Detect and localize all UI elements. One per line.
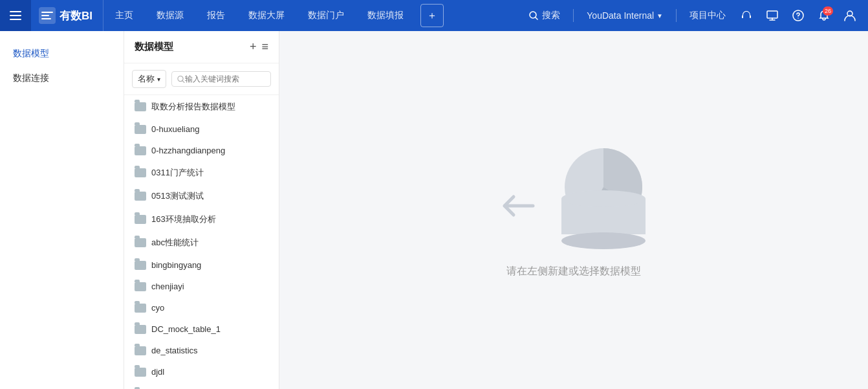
main-layout: 数据模型 数据连接 数据模型 + ≡ 名称 ▾ xyxy=(0,31,868,389)
filter-label: 名称 xyxy=(138,73,155,85)
list-item[interactable]: abc性能统计 xyxy=(124,231,279,254)
list-item-label: 0513测试测试 xyxy=(151,190,204,202)
database-illustration xyxy=(561,142,646,249)
nav-report[interactable]: 报告 xyxy=(195,0,237,31)
folder-icon xyxy=(135,102,146,111)
nav-datafill[interactable]: 数据填报 xyxy=(356,0,415,31)
list-item-label: 0-huxueliang xyxy=(151,124,199,134)
folder-icon xyxy=(135,346,146,355)
topnav-right: 搜索 YouData Internal ▼ 项目中心 xyxy=(516,5,868,26)
list-item[interactable]: DC_mock_table_1 xyxy=(124,318,279,340)
topnav: 有数BI 主页 数据源 报告 数据大屏 数据门户 数据填报 ＋ 搜索 YouDa… xyxy=(0,0,868,31)
folder-icon xyxy=(135,282,146,291)
nav-dataportal[interactable]: 数据门户 xyxy=(296,0,356,31)
user-label: YouData Internal xyxy=(587,10,654,21)
folder-icon xyxy=(135,238,146,247)
list-item-label: 0-hzzhangdianpeng xyxy=(151,146,225,155)
svg-rect-5 xyxy=(742,16,743,18)
monitor-icon xyxy=(766,10,778,21)
list-item[interactable]: 163环境抽取分析 xyxy=(124,208,279,231)
list-item-label: de_statistics xyxy=(151,346,198,355)
list-item[interactable]: djdl77回归 xyxy=(124,383,279,389)
notification-button[interactable]: 26 xyxy=(814,5,834,26)
search-button[interactable]: 搜索 xyxy=(524,10,565,21)
notification-badge: 26 xyxy=(823,6,833,16)
chevron-down-icon: ▼ xyxy=(656,12,663,19)
folder-icon xyxy=(135,304,146,313)
hamburger-button[interactable] xyxy=(0,0,31,31)
list-item-label: abc性能统计 xyxy=(151,237,199,249)
sidebar-item-data-connection-label: 数据连接 xyxy=(13,72,49,83)
arrow-icon xyxy=(502,194,536,223)
list-item[interactable]: 0513测试测试 xyxy=(124,184,279,208)
search-label: 搜索 xyxy=(542,10,560,21)
list-item-label: chenjiayi xyxy=(151,282,184,291)
folder-icon xyxy=(135,215,146,224)
list-item-label: bingbingyang xyxy=(151,260,201,270)
panel-list: 取数分析报告数据模型 0-huxueliang 0-hzzhangdianpen… xyxy=(124,95,279,389)
content-area: 请在左侧新建或选择数据模型 xyxy=(279,31,868,389)
list-item-label: djdl xyxy=(151,367,164,377)
help-icon xyxy=(792,10,804,21)
headset-icon xyxy=(741,10,752,21)
empty-icon xyxy=(502,142,646,249)
list-item[interactable]: 0-huxueliang xyxy=(124,118,279,140)
panel-header-actions: + ≡ xyxy=(250,40,268,54)
folder-icon xyxy=(135,325,146,334)
folder-icon xyxy=(135,368,146,377)
folder-icon xyxy=(135,146,146,155)
project-label: 项目中心 xyxy=(689,10,726,21)
list-item-label: 0311门产统计 xyxy=(151,167,204,179)
sort-button[interactable]: ≡ xyxy=(261,40,268,54)
topnav-menu: 主页 数据源 报告 数据大屏 数据门户 数据填报 ＋ xyxy=(103,0,516,31)
sidebar-item-data-model-label: 数据模型 xyxy=(13,48,49,58)
search-box-icon xyxy=(177,75,185,83)
divider-1 xyxy=(573,9,574,22)
list-item[interactable]: de_statistics xyxy=(124,340,279,361)
list-item[interactable]: chenjiayi xyxy=(124,276,279,297)
search-input[interactable] xyxy=(185,74,265,83)
user-menu[interactable]: YouData Internal ▼ xyxy=(581,10,668,21)
nav-datasource[interactable]: 数据源 xyxy=(145,0,195,31)
filter-chevron-icon: ▾ xyxy=(157,76,160,83)
svg-rect-0 xyxy=(10,11,21,12)
list-item[interactable]: cyo xyxy=(124,297,279,318)
help-button[interactable] xyxy=(788,5,808,26)
search-icon xyxy=(529,11,538,20)
svg-point-9 xyxy=(797,17,798,18)
sidebar-item-data-connection[interactable]: 数据连接 xyxy=(0,66,124,91)
list-item[interactable]: 0311门产统计 xyxy=(124,161,279,184)
panel-title: 数据模型 xyxy=(135,41,173,53)
empty-state: 请在左侧新建或选择数据模型 xyxy=(502,142,646,278)
nav-home[interactable]: 主页 xyxy=(103,0,145,31)
empty-prompt: 请在左侧新建或选择数据模型 xyxy=(506,265,641,278)
panel-header: 数据模型 + ≡ xyxy=(124,31,279,63)
list-item[interactable]: 取数分析报告数据模型 xyxy=(124,95,279,118)
app-logo[interactable]: 有数BI xyxy=(31,0,103,31)
nav-datascreen[interactable]: 数据大屏 xyxy=(237,0,296,31)
search-box[interactable] xyxy=(171,71,271,87)
project-center[interactable]: 项目中心 xyxy=(684,10,731,21)
sidebar: 数据模型 数据连接 xyxy=(0,31,124,389)
list-item-label: cyo xyxy=(151,303,164,313)
user-icon xyxy=(843,9,856,22)
user-avatar-button[interactable] xyxy=(840,5,860,26)
folder-icon xyxy=(135,125,146,134)
filter-select[interactable]: 名称 ▾ xyxy=(132,70,166,88)
monitor-button[interactable] xyxy=(762,5,783,26)
svg-rect-1 xyxy=(10,15,21,16)
app-name: 有数BI xyxy=(60,8,92,23)
list-item[interactable]: 0-hzzhangdianpeng xyxy=(124,140,279,161)
list-item-label: DC_mock_table_1 xyxy=(151,324,221,334)
list-item[interactable]: bingbingyang xyxy=(124,254,279,276)
sidebar-item-data-model[interactable]: 数据模型 xyxy=(0,41,124,66)
folder-icon xyxy=(135,192,146,201)
headset-button[interactable] xyxy=(736,5,757,26)
svg-rect-2 xyxy=(10,19,21,20)
svg-rect-7 xyxy=(767,11,777,18)
folder-icon xyxy=(135,168,146,177)
add-model-button[interactable]: + xyxy=(250,40,257,54)
plus-icon: ＋ xyxy=(427,9,437,23)
add-nav-button[interactable]: ＋ xyxy=(420,4,444,27)
list-item[interactable]: djdl xyxy=(124,361,279,383)
